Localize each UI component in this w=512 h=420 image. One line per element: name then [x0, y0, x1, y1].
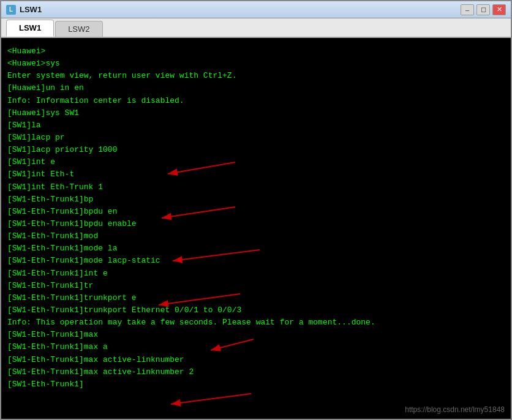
annotation-lacp-priority: 配置LACP的优先级 [239, 150, 313, 161]
window-title: LSW1 [20, 5, 461, 14]
minimize-button[interactable]: – [461, 4, 474, 15]
tab-lsw1[interactable]: LSW1 [6, 20, 54, 37]
restore-button[interactable]: ◻ [476, 4, 490, 15]
window-icon: L [6, 5, 16, 15]
annotation-bpdu: 防环作用 [263, 238, 298, 249]
tab-lsw2[interactable]: LSW2 [55, 21, 102, 37]
terminal-area: <Huawei> <Huawei>sys Enter system view, … [1, 38, 511, 419]
title-bar: L LSW1 – ◻ ✕ [1, 1, 511, 18]
annotation-max-active: 设置最大活动链路数 [254, 382, 331, 393]
watermark: https://blog.csdn.net/lmy51848 [405, 405, 505, 414]
main-window: L LSW1 – ◻ ✕ LSW1 LSW2 <Huawei> <Huawei>… [0, 0, 512, 420]
annotation-lacp-static: 配置eth-trunk为静态lacp模式 [243, 282, 353, 293]
annotation-eth-trunk: 进入Eth-Trunk1视图 [239, 195, 315, 206]
svg-line-6 [171, 394, 251, 404]
terminal-output: <Huawei> <Huawei>sys Enter system view, … [7, 45, 505, 391]
close-button[interactable]: ✕ [492, 4, 506, 15]
tab-bar: LSW1 LSW2 [1, 18, 511, 38]
annotation-trunkport: 批量增加成员接口 [257, 328, 326, 339]
window-controls: – ◻ ✕ [461, 4, 506, 15]
